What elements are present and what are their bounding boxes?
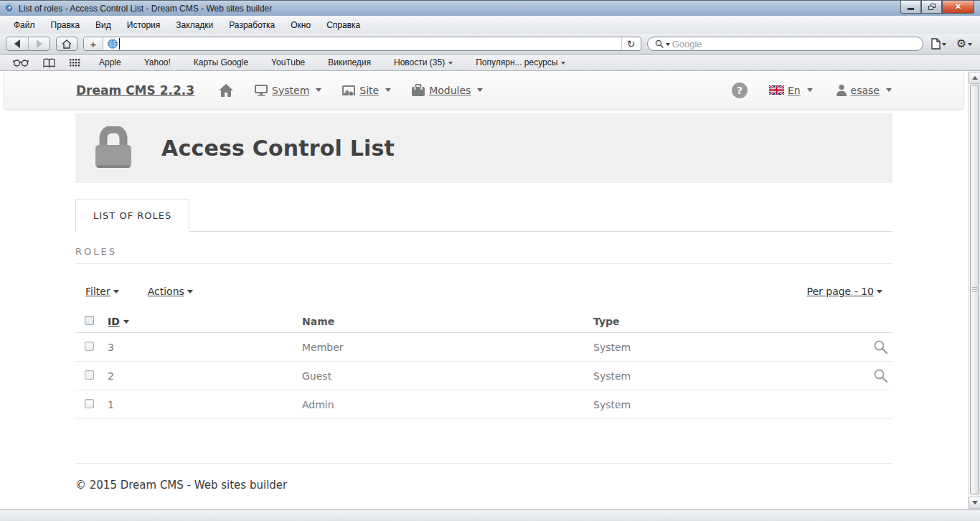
safari-compass-icon [4,3,14,14]
language-menu[interactable]: En [769,85,813,96]
table-header-row: ID Name Type [75,310,892,333]
search-engine-caret-icon[interactable] [666,43,670,48]
home-button[interactable] [56,37,77,51]
tab-bar: LIST OF ROLES [75,199,892,232]
column-header-name: Name [302,316,593,327]
menu-view[interactable]: Вид [88,17,119,33]
table-row: 2 Guest System [75,362,892,390]
row-checkbox[interactable] [85,342,94,351]
cell-id: 1 [108,399,302,410]
sort-by-id[interactable]: ID [108,316,129,327]
address-input[interactable] [119,38,621,50]
page-title: Access Control List [161,136,395,161]
settings-caret-icon [968,43,972,48]
help-button[interactable]: ? [732,83,748,98]
address-bar: + ↻ [83,37,641,51]
chevron-down-icon [316,88,321,95]
chevron-down-icon [807,88,813,95]
nav-system-menu[interactable]: System [254,84,321,96]
glasses-icon [13,59,29,67]
briefcase-icon [411,84,425,97]
cell-name: Guest [302,370,593,382]
select-all-checkbox[interactable] [85,316,94,325]
lock-icon [94,126,133,171]
titlebar: List of roles - Access Control List - Dr… [0,0,980,16]
page-header: Access Control List [75,113,892,183]
forward-button[interactable] [28,37,50,50]
close-button[interactable]: ✕ [942,1,974,14]
menu-develop[interactable]: Разработка [221,17,283,33]
page-icon [931,38,941,50]
chevron-down-icon [385,88,391,95]
bookmark-yahoo[interactable]: Yahoo! [134,57,181,67]
row-checkbox[interactable] [85,399,94,408]
menu-history[interactable]: История [119,17,169,33]
menu-bookmarks[interactable]: Закладки [168,17,221,33]
footer-divider [75,463,892,464]
nav-home-link[interactable] [218,83,234,98]
user-menu[interactable]: esase [836,84,892,96]
close-icon: ✕ [955,2,961,11]
nav-brand-link[interactable]: Dream CMS 2.2.3 [76,83,194,98]
chevron-down-icon [877,290,882,296]
back-button[interactable] [6,37,28,50]
tab-list-of-roles[interactable]: LIST OF ROLES [75,199,189,232]
bookmark-apple[interactable]: Apple [89,57,131,67]
cell-name: Member [302,342,593,353]
cell-id: 2 [108,370,302,382]
chevron-down-icon [187,290,193,296]
settings-menu-button[interactable]: ⚙ [954,38,974,50]
cms-navbar: Dream CMS 2.2.3 System [4,71,964,110]
top-sites-button[interactable] [64,59,86,67]
view-role-button[interactable] [873,368,888,383]
bookmarks-menu-button[interactable] [37,58,61,67]
search-input[interactable] [672,39,915,50]
restore-button[interactable] [921,1,942,14]
per-page-dropdown[interactable]: Per page - 10 [807,286,883,297]
bookmark-youtube[interactable]: YouTube [261,57,315,67]
nav-site-menu[interactable]: Site [341,85,391,96]
search-icon [655,39,664,48]
bookmark-google-maps[interactable]: Карты Google [184,57,258,67]
folder-caret-icon [561,62,565,67]
bookmark-wikipedia[interactable]: Википедия [318,57,381,67]
chevron-down-icon [113,290,119,296]
scroll-down-button[interactable] [969,497,980,509]
new-tab-button[interactable]: + [84,37,103,50]
home-icon [218,83,234,98]
cell-id: 3 [108,342,302,353]
minimize-icon [908,8,914,10]
bookmark-popular-folder[interactable]: Популярн... ресурсы [466,57,575,67]
row-checkbox[interactable] [85,370,94,380]
cell-type: System [593,399,862,410]
table-row: 3 Member System [75,333,892,362]
menu-window[interactable]: Окно [283,17,319,33]
menu-file[interactable]: Файл [6,17,43,33]
bookmark-news-folder[interactable]: Новости (35) [384,57,463,67]
reading-list-button[interactable] [7,59,34,67]
grid-icon [70,59,80,67]
browser-toolbar: + ↻ ⚙ [0,34,980,55]
arrow-up-icon [972,73,978,80]
menu-edit[interactable]: Правка [43,17,88,33]
site-image-icon [341,85,356,96]
forward-icon [37,39,42,48]
refresh-icon: ↻ [627,38,636,50]
scroll-up-button[interactable] [969,72,980,84]
page-menu-button[interactable] [929,38,948,50]
window-title: List of roles - Access Control List - Dr… [19,4,272,14]
view-role-button[interactable] [873,339,888,355]
minimize-button[interactable] [900,1,921,14]
cell-type: System [593,342,862,353]
refresh-button[interactable]: ↻ [621,37,641,50]
actions-dropdown[interactable]: Actions [148,286,193,297]
folder-caret-icon [448,62,453,67]
filter-dropdown[interactable]: Filter [85,286,119,297]
nav-modules-menu[interactable]: Modules [411,84,483,97]
home-icon [62,39,72,49]
column-header-type: Type [593,316,862,327]
scrollbar-thumb[interactable] [970,85,979,494]
page-viewport: Dream CMS 2.2.3 System [0,71,980,510]
menu-help[interactable]: Справка [319,17,368,33]
gear-icon: ⚙ [956,38,966,50]
